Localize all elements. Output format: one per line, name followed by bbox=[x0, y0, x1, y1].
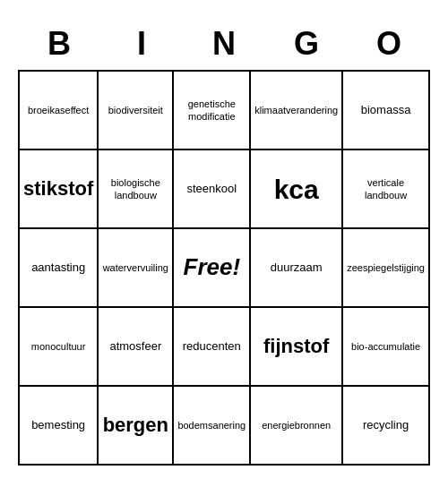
cell-label: reducenten bbox=[183, 339, 241, 355]
bingo-cell-r4-c2: bodemsanering bbox=[174, 387, 251, 466]
bingo-cell-r1-c0: stikstof bbox=[20, 150, 99, 229]
cell-label: kca bbox=[274, 172, 319, 207]
bingo-cell-r3-c4: bio-accumulatie bbox=[343, 308, 430, 387]
bingo-card: BINGO broeikaseffectbiodiversiteitgeneti… bbox=[9, 13, 439, 474]
cell-label: klimaatverandering bbox=[254, 104, 338, 116]
bingo-cell-r4-c4: recycling bbox=[343, 387, 430, 466]
cell-label: Free! bbox=[184, 252, 241, 283]
bingo-cell-r1-c1: biologische landbouw bbox=[99, 150, 174, 229]
bingo-cell-r3-c1: atmosfeer bbox=[99, 308, 174, 387]
cell-label: recycling bbox=[363, 418, 409, 433]
bingo-cell-r4-c3: energiebronnen bbox=[251, 387, 343, 466]
bingo-cell-r2-c0: aantasting bbox=[20, 229, 99, 308]
header-letter: B bbox=[18, 21, 100, 66]
cell-label: biodiversiteit bbox=[108, 104, 163, 116]
header-letter: O bbox=[348, 21, 430, 66]
cell-label: biomassa bbox=[361, 103, 411, 118]
bingo-grid: broeikaseffectbiodiversiteitgenetische m… bbox=[18, 70, 430, 466]
bingo-cell-r0-c4: biomassa bbox=[343, 72, 430, 150]
cell-label: watervervuiling bbox=[103, 261, 168, 274]
bingo-cell-r0-c2: genetische modificatie bbox=[174, 72, 251, 150]
bingo-cell-r3-c2: reducenten bbox=[174, 308, 251, 387]
bingo-cell-r2-c4: zeespiegelstijging bbox=[343, 229, 430, 308]
bingo-cell-r4-c0: bemesting bbox=[20, 387, 99, 466]
cell-label: aantasting bbox=[31, 261, 85, 276]
bingo-cell-r1-c3: kca bbox=[251, 150, 343, 229]
cell-label: bemesting bbox=[31, 418, 85, 433]
cell-label: bio-accumulatie bbox=[351, 340, 420, 353]
bingo-cell-r2-c1: watervervuiling bbox=[99, 229, 174, 308]
bingo-cell-r0-c1: biodiversiteit bbox=[99, 72, 174, 150]
bingo-cell-r4-c1: bergen bbox=[99, 387, 174, 466]
bingo-cell-r0-c3: klimaatverandering bbox=[251, 72, 343, 150]
bingo-cell-r2-c2: Free! bbox=[174, 229, 251, 308]
cell-label: energiebronnen bbox=[262, 419, 331, 431]
cell-label: duurzaam bbox=[271, 261, 323, 276]
bingo-cell-r1-c2: steenkool bbox=[174, 150, 251, 229]
cell-label: steenkool bbox=[186, 182, 237, 197]
bingo-cell-r0-c0: broeikaseffect bbox=[20, 72, 99, 150]
bingo-cell-r3-c0: monocultuur bbox=[20, 308, 99, 387]
header-letter: N bbox=[183, 21, 265, 66]
cell-label: monocultuur bbox=[31, 340, 86, 353]
cell-label: biologische landbouw bbox=[102, 176, 168, 202]
cell-label: atmosfeer bbox=[109, 339, 161, 355]
cell-label: bergen bbox=[103, 413, 168, 439]
header-letter: I bbox=[100, 21, 183, 66]
cell-label: zeespiegelstijging bbox=[347, 261, 425, 274]
cell-label: genetische modificatie bbox=[177, 98, 246, 124]
bingo-cell-r1-c4: verticale landbouw bbox=[343, 150, 430, 229]
cell-label: verticale landbouw bbox=[347, 176, 425, 202]
cell-label: broeikaseffect bbox=[28, 104, 89, 116]
bingo-cell-r2-c3: duurzaam bbox=[251, 229, 343, 308]
bingo-cell-r3-c3: fijnstof bbox=[251, 308, 343, 387]
cell-label: fijnstof bbox=[263, 334, 329, 360]
cell-label: bodemsanering bbox=[177, 419, 246, 431]
header-letter: G bbox=[265, 21, 348, 66]
cell-label: stikstof bbox=[23, 176, 93, 202]
bingo-header: BINGO bbox=[18, 21, 430, 66]
